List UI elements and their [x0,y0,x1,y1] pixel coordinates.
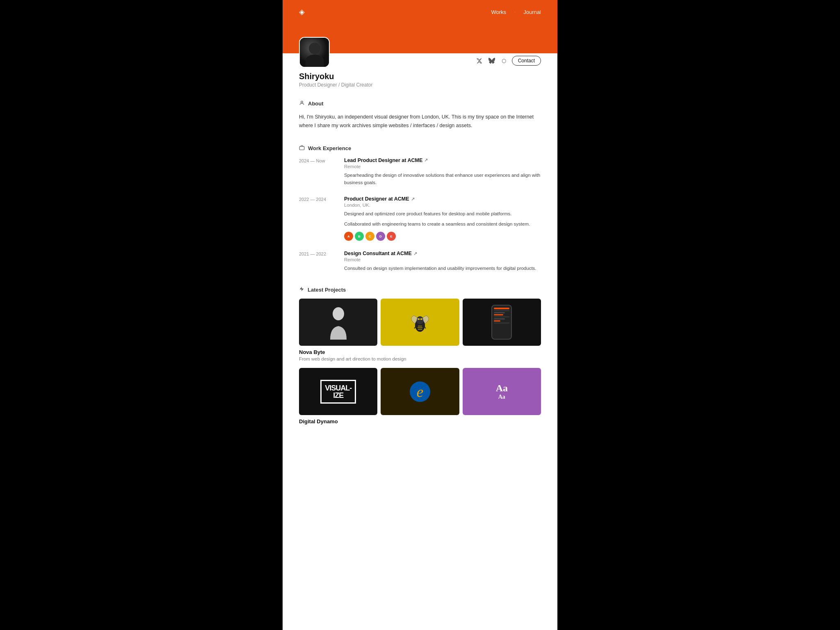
collab-avatar-5: E [387,232,396,241]
work-details-2: Product Designer at ACME ↗ London, UK. D… [344,196,541,241]
other-social-icon[interactable]: ⬡ [500,56,509,65]
phone-line-5 [494,316,509,317]
nova-byte-grid [299,299,541,346]
digital-dynamo-label: Digital Dynamo [299,418,541,425]
svg-point-0 [301,101,303,103]
work-location-1: Remote [344,164,541,169]
phone-mockup [491,305,512,340]
avatar [299,37,330,68]
phone-line-8 [494,322,509,324]
work-title-3: Design Consultant at ACME ↗ [344,251,541,256]
work-item-3: 2021 — 2022 Design Consultant at ACME ↗ … [299,251,541,272]
social-row: ⬡ Contact [475,56,541,66]
collab-avatar-2: B [355,232,364,241]
work-location-2: London, UK. [344,203,541,208]
about-title: About [308,100,324,107]
avatar-head [309,43,320,54]
external-link-icon-2[interactable]: ↗ [411,196,415,202]
latest-projects-section: Latest Projects [299,286,541,425]
work-details-1: Lead Product Designer at ACME ↗ Remote S… [344,158,541,187]
svg-rect-1 [299,146,304,150]
projects-title: Latest Projects [308,287,346,293]
content: About Hi, I'm Shiryoku, an independent v… [283,88,557,451]
work-date-3: 2021 — 2022 [299,251,336,272]
project-thumb-bee[interactable] [381,299,459,346]
project-thumb-visualize[interactable]: VISUAL-IZE [299,368,377,415]
profile-header: ⬡ Contact Shiryoku Product Designer / Di… [283,53,557,88]
work-date-2: 2022 — 2024 [299,196,336,241]
about-section: About Hi, I'm Shiryoku, an independent v… [299,100,541,130]
avatar-image [300,38,329,67]
phone-line-2 [494,310,509,311]
work-date-1: 2024 — Now [299,158,336,187]
collab-avatar-3: C [365,232,374,241]
about-heading: About [299,100,541,107]
project-thumb-ie[interactable]: e [381,368,459,415]
work-title: Work Experience [308,145,351,151]
avatar-stack-2: A B C D E [344,232,541,241]
avatar-body [305,55,324,67]
projects-heading: Latest Projects [299,286,541,293]
nav-separator: · [514,10,515,14]
work-experience-section: Work Experience 2024 — Now Lead Product … [299,145,541,272]
x-icon[interactable] [475,56,484,65]
svg-point-2 [333,307,344,320]
digital-dynamo-grid: VISUAL-IZE e Aa Aa [299,368,541,415]
work-item-1: 2024 — Now Lead Product Designer at ACME… [299,158,541,187]
svg-point-9 [418,318,420,320]
nova-byte-label: Nova Byte [299,349,541,355]
ie-logo: e [410,381,430,402]
typography-mock: Aa Aa [496,383,508,400]
phone-line-6 [494,318,505,320]
main-nav: Works · Journal [491,9,541,15]
collab-avatar-1: A [344,232,353,241]
work-details-3: Design Consultant at ACME ↗ Remote Consu… [344,251,541,272]
contact-button[interactable]: Contact [512,56,541,66]
work-icon [299,145,305,152]
project-thumb-typography[interactable]: Aa Aa [463,368,541,415]
nova-byte-sub: From web design and art direction to mot… [299,356,541,361]
work-item-2: 2022 — 2024 Product Designer at ACME ↗ L… [299,196,541,241]
work-desc-3: Consulted on design system implementatio… [344,265,541,272]
header-inner: ◈ Works · Journal [299,7,541,16]
work-desc-2b: Collaborated with engineering teams to c… [344,220,541,228]
external-link-icon-1[interactable]: ↗ [424,158,428,163]
work-desc-2a: Designed and optimized core product feat… [344,210,541,217]
page-wrapper: ◈ Works · Journal [283,0,557,630]
work-location-3: Remote [344,257,541,262]
about-text: Hi, I'm Shiryoku, an independent visual … [299,113,541,130]
logo-icon[interactable]: ◈ [299,7,305,16]
visualize-text: VISUAL-IZE [320,380,356,404]
phone-line-7 [494,320,500,322]
work-desc-1: Spearheading the design of innovative so… [344,171,541,187]
phone-line-3 [494,312,505,313]
project-thumb-silhouette[interactable] [299,299,377,346]
profile-name: Shiryoku [299,72,541,81]
about-icon [299,100,305,107]
work-title-2: Product Designer at ACME ↗ [344,196,541,202]
lightning-icon [299,286,304,293]
external-link-icon-3[interactable]: ↗ [413,251,417,256]
work-title-1: Lead Product Designer at ACME ↗ [344,158,541,163]
phone-line-4 [494,314,503,315]
bluesky-icon[interactable] [487,56,496,65]
nav-journal[interactable]: Journal [523,9,541,15]
svg-point-4 [416,316,424,324]
profile-title: Product Designer / Digital Creator [299,82,541,88]
collab-avatar-4: D [376,232,385,241]
nav-works[interactable]: Works [491,9,507,15]
work-heading: Work Experience [299,145,541,152]
project-thumb-phone[interactable] [463,299,541,346]
phone-line-1 [494,308,509,309]
svg-point-10 [420,318,422,320]
